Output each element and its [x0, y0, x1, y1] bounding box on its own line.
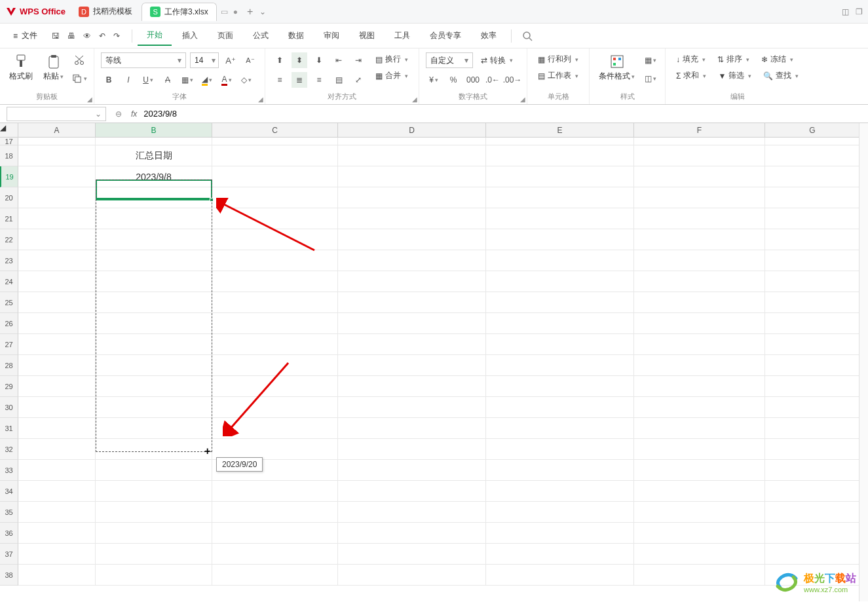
- border-icon[interactable]: ▦▾: [179, 72, 195, 88]
- row-header-25[interactable]: 25: [0, 292, 18, 313]
- cell-B19[interactable]: 2023/9/8: [96, 166, 212, 187]
- cell-B37[interactable]: [96, 544, 212, 565]
- cell-E19[interactable]: [486, 166, 634, 187]
- cell-C28[interactable]: [212, 355, 338, 376]
- cell-E32[interactable]: [486, 439, 634, 460]
- cell-G33[interactable]: [765, 460, 860, 481]
- cell-A32[interactable]: [18, 439, 96, 460]
- sort-button[interactable]: ⇅ 排序▾: [713, 52, 753, 66]
- col-header-A[interactable]: A: [18, 123, 96, 137]
- cell-C35[interactable]: [212, 502, 338, 523]
- col-header-B[interactable]: B: [96, 123, 212, 137]
- number-launcher-icon[interactable]: ◢: [520, 96, 525, 103]
- increase-decimal-icon[interactable]: .00→: [504, 72, 520, 88]
- cell-B22[interactable]: [96, 229, 212, 250]
- cell-B28[interactable]: [96, 355, 212, 376]
- cell-F28[interactable]: [634, 355, 765, 376]
- cell-F34[interactable]: [634, 481, 765, 502]
- cell-C20[interactable]: [212, 187, 338, 208]
- preview-icon[interactable]: 👁: [83, 31, 91, 41]
- new-tab-button[interactable]: +: [247, 6, 253, 18]
- row-header-21[interactable]: 21: [0, 208, 18, 229]
- cell-F38[interactable]: [634, 565, 765, 586]
- window-restore-icon[interactable]: ❐: [856, 7, 863, 16]
- cell-G30[interactable]: [765, 397, 860, 418]
- cell-C38[interactable]: [212, 565, 338, 586]
- cell-A20[interactable]: [18, 187, 96, 208]
- cell-C26[interactable]: [212, 313, 338, 334]
- menu-data[interactable]: 数据: [279, 26, 313, 45]
- copy-icon[interactable]: ▾: [71, 71, 87, 86]
- cell-F29[interactable]: [634, 376, 765, 397]
- table-style-icon[interactable]: ▦▾: [643, 52, 658, 68]
- orientation-icon[interactable]: ⤢: [350, 72, 366, 88]
- cell-G35[interactable]: [765, 502, 860, 523]
- align-left-icon[interactable]: ≡: [272, 72, 288, 88]
- tab-min-icon[interactable]: ▭: [221, 7, 228, 16]
- cell-A37[interactable]: [18, 544, 96, 565]
- cell-C17[interactable]: [212, 138, 338, 145]
- decrease-font-icon[interactable]: A⁻: [242, 52, 258, 68]
- cell-E31[interactable]: [486, 418, 634, 439]
- align-justify-icon[interactable]: ▤: [331, 72, 347, 88]
- cell-A19[interactable]: [18, 166, 96, 187]
- align-middle-icon[interactable]: ⬍: [292, 52, 307, 68]
- cell-G24[interactable]: [765, 271, 860, 292]
- font-color-icon[interactable]: A▾: [219, 72, 235, 88]
- redo-icon[interactable]: ↷: [113, 31, 120, 41]
- cell-D17[interactable]: [338, 138, 486, 145]
- filter-button[interactable]: ▼ 筛选▾: [714, 69, 755, 83]
- cell-D19[interactable]: [338, 166, 486, 187]
- cell-A30[interactable]: [18, 397, 96, 418]
- row-header-22[interactable]: 22: [0, 229, 18, 250]
- cell-E37[interactable]: [486, 544, 634, 565]
- merge-button[interactable]: ▦ 合并▾: [371, 69, 412, 83]
- cell-B21[interactable]: [96, 208, 212, 229]
- row-header-23[interactable]: 23: [0, 250, 18, 271]
- tab-templates[interactable]: D 找稻壳模板: [71, 3, 140, 21]
- row-header-18[interactable]: 18: [0, 145, 18, 166]
- row-header-37[interactable]: 37: [0, 544, 18, 565]
- row-header-29[interactable]: 29: [0, 376, 18, 397]
- indent-dec-icon[interactable]: ⇤: [331, 52, 347, 68]
- row-header-19[interactable]: 19: [0, 166, 18, 187]
- cell-E20[interactable]: [486, 187, 634, 208]
- cell-G25[interactable]: [765, 292, 860, 313]
- cell-F18[interactable]: [634, 145, 765, 166]
- cell-B32[interactable]: [96, 439, 212, 460]
- cell-E30[interactable]: [486, 397, 634, 418]
- menu-review[interactable]: 审阅: [314, 26, 349, 45]
- cell-B17[interactable]: [96, 138, 212, 145]
- cell-F21[interactable]: [634, 208, 765, 229]
- cell-A25[interactable]: [18, 292, 96, 313]
- cell-C24[interactable]: [212, 271, 338, 292]
- cell-C34[interactable]: [212, 481, 338, 502]
- font-launcher-icon[interactable]: ◢: [258, 96, 263, 103]
- cell-D25[interactable]: [338, 292, 486, 313]
- cut-icon[interactable]: [71, 52, 87, 68]
- row-header-35[interactable]: 35: [0, 502, 18, 523]
- find-button[interactable]: 🔍 查找▾: [759, 69, 802, 83]
- cell-B27[interactable]: [96, 334, 212, 355]
- percent-icon[interactable]: %: [445, 72, 461, 88]
- cell-F25[interactable]: [634, 292, 765, 313]
- cell-C18[interactable]: [212, 145, 338, 166]
- indent-inc-icon[interactable]: ⇥: [350, 52, 366, 68]
- cell-E35[interactable]: [486, 502, 634, 523]
- row-header-17[interactable]: 17: [0, 138, 18, 145]
- cell-E18[interactable]: [486, 145, 634, 166]
- cell-E38[interactable]: [486, 565, 634, 586]
- cell-C31[interactable]: [212, 418, 338, 439]
- fill-color-icon[interactable]: ◢▾: [199, 72, 215, 88]
- cell-C36[interactable]: [212, 523, 338, 544]
- formula-input[interactable]: [143, 107, 861, 121]
- cell-F24[interactable]: [634, 271, 765, 292]
- cell-G32[interactable]: [765, 439, 860, 460]
- col-header-D[interactable]: D: [338, 123, 486, 137]
- cell-C22[interactable]: [212, 229, 338, 250]
- cell-A17[interactable]: [18, 138, 96, 145]
- fill-handle[interactable]: [210, 198, 214, 202]
- cell-G37[interactable]: [765, 544, 860, 565]
- rows-cols-button[interactable]: ▦ 行和列▾: [534, 52, 582, 66]
- row-header-32[interactable]: 32: [0, 439, 18, 460]
